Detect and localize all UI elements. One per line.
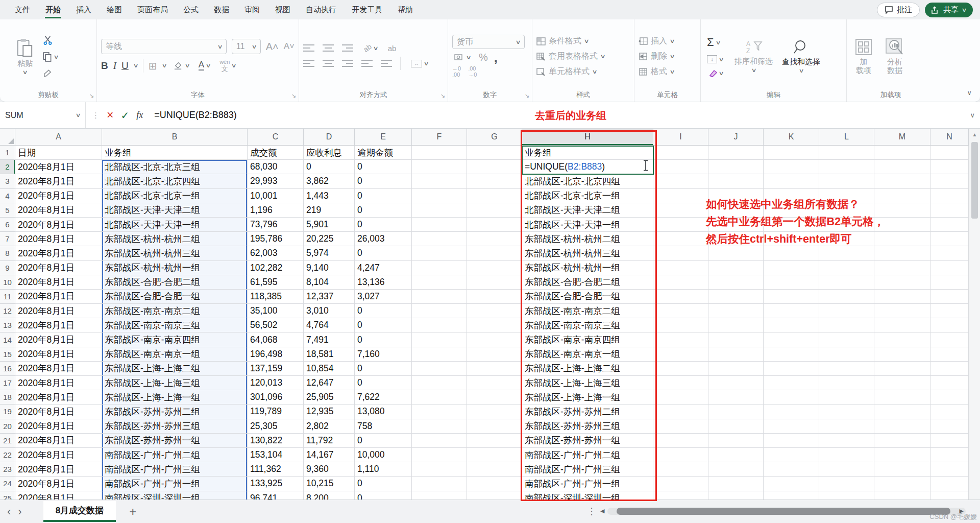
cell-N1[interactable]	[930, 146, 969, 160]
cell-A12[interactable]: 2020年8月1日	[15, 304, 102, 318]
decrease-indent-icon[interactable]	[361, 60, 373, 67]
cell-H15[interactable]: 东部战区-南京-南京一组	[522, 347, 653, 362]
column-header-J[interactable]: J	[708, 129, 764, 146]
formula-input[interactable]: =UNIQUE(B2:B883)	[154, 110, 237, 121]
chevron-down-icon[interactable]: ∨	[961, 7, 967, 13]
cell-K3[interactable]	[764, 174, 819, 188]
cell-G25[interactable]	[467, 491, 522, 500]
addins-button[interactable]: 加 载项	[855, 38, 872, 75]
cell-B6[interactable]: 北部战区-天津-天津一组	[102, 218, 248, 232]
cell-F2[interactable]	[412, 160, 467, 174]
cell-M9[interactable]	[874, 261, 930, 275]
cell-K19[interactable]	[764, 405, 819, 419]
cell-G6[interactable]	[467, 218, 522, 232]
row-header-6[interactable]: 6	[0, 218, 15, 232]
cell-N25[interactable]	[930, 491, 969, 500]
row-header-13[interactable]: 13	[0, 318, 15, 332]
cell-C20[interactable]: 25,305	[248, 419, 304, 434]
cell-E2[interactable]: 0	[355, 160, 412, 174]
cell-K14[interactable]	[764, 332, 819, 347]
cell-D21[interactable]: 11,792	[304, 434, 355, 448]
row-header-22[interactable]: 22	[0, 448, 15, 462]
cell-L14[interactable]	[819, 332, 874, 347]
cell-A19[interactable]: 2020年8月1日	[15, 405, 102, 419]
cell-B17[interactable]: 东部战区-上海-上海三组	[102, 376, 248, 390]
merge-center-button[interactable]: ↔ ∨	[409, 59, 430, 68]
cell-G1[interactable]	[467, 146, 522, 160]
cell-D5[interactable]: 219	[304, 203, 355, 218]
cell-A20[interactable]: 2020年8月1日	[15, 419, 102, 434]
cell-A13[interactable]: 2020年8月1日	[15, 318, 102, 332]
horizontal-scrollbar-thumb[interactable]	[617, 508, 950, 515]
chevron-down-icon[interactable]: ∨	[75, 112, 81, 118]
cell-H10[interactable]: 东部战区-合肥-合肥二组	[522, 275, 653, 290]
cell-I20[interactable]	[653, 419, 708, 434]
phonetic-guide-button[interactable]: wén文 ∨	[217, 58, 238, 74]
cell-N7[interactable]	[930, 232, 969, 246]
cell-L18[interactable]	[819, 390, 874, 405]
cell-C25[interactable]: 96,741	[248, 491, 304, 500]
align-right-icon[interactable]	[342, 60, 353, 67]
cell-F24[interactable]	[412, 477, 467, 491]
cell-B1[interactable]: 业务组	[102, 146, 248, 160]
cell-A22[interactable]: 2020年8月1日	[15, 448, 102, 462]
cell-A15[interactable]: 2020年8月1日	[15, 347, 102, 362]
cell-L10[interactable]	[819, 275, 874, 290]
cell-F14[interactable]	[412, 332, 467, 347]
fill-button[interactable]: ↓ ∨	[705, 54, 725, 64]
cell-I7[interactable]	[653, 232, 708, 246]
cell-F9[interactable]	[412, 261, 467, 275]
cell-E22[interactable]: 10,000	[355, 448, 412, 462]
cell-C18[interactable]: 301,096	[248, 390, 304, 405]
cell-I18[interactable]	[653, 390, 708, 405]
row-header-1[interactable]: 1	[0, 146, 15, 160]
cell-A21[interactable]: 2020年8月1日	[15, 434, 102, 448]
cell-N20[interactable]	[930, 419, 969, 434]
cell-B8[interactable]: 东部战区-杭州-杭州三组	[102, 246, 248, 260]
clear-button[interactable]: ∨	[705, 68, 725, 78]
cell-G10[interactable]	[467, 275, 522, 290]
cell-D14[interactable]: 7,491	[304, 332, 355, 347]
cell-L16[interactable]	[819, 362, 874, 376]
cell-D11[interactable]: 12,337	[304, 290, 355, 304]
align-left-icon[interactable]	[303, 60, 314, 67]
cell-F12[interactable]	[412, 304, 467, 318]
cell-I24[interactable]	[653, 477, 708, 491]
row-header-20[interactable]: 20	[0, 419, 15, 434]
increase-indent-icon[interactable]	[381, 60, 392, 67]
cell-A10[interactable]: 2020年8月1日	[15, 275, 102, 290]
cell-N10[interactable]	[930, 275, 969, 290]
insert-cells-button[interactable]: 插入 ∨	[639, 36, 674, 46]
cell-M22[interactable]	[874, 448, 930, 462]
cell-L24[interactable]	[819, 477, 874, 491]
dialog-launcher-icon[interactable]: ↘	[291, 92, 296, 99]
row-header-15[interactable]: 15	[0, 347, 15, 362]
cell-J23[interactable]	[708, 462, 764, 477]
cell-K22[interactable]	[764, 448, 819, 462]
cell-A4[interactable]: 2020年8月1日	[15, 189, 102, 203]
cell-I11[interactable]	[653, 290, 708, 304]
row-header-25[interactable]: 25	[0, 491, 15, 500]
row-header-16[interactable]: 16	[0, 362, 15, 376]
cell-D23[interactable]: 9,360	[304, 462, 355, 477]
cell-D7[interactable]: 20,225	[304, 232, 355, 246]
column-header-H[interactable]: H	[522, 129, 653, 146]
format-painter-button[interactable]	[41, 68, 60, 79]
orientation-button[interactable]: ab ∨	[361, 43, 380, 53]
cell-K12[interactable]	[764, 304, 819, 318]
cell-H6[interactable]: 北部战区-天津-天津一组	[522, 218, 653, 232]
cell-I17[interactable]	[653, 376, 708, 390]
cell-F11[interactable]	[412, 290, 467, 304]
cell-L11[interactable]	[819, 290, 874, 304]
cell-B5[interactable]: 北部战区-天津-天津二组	[102, 203, 248, 218]
cell-K16[interactable]	[764, 362, 819, 376]
align-center-icon[interactable]	[323, 60, 334, 67]
cell-I3[interactable]	[653, 174, 708, 188]
align-middle-icon[interactable]	[323, 44, 334, 52]
row-header-23[interactable]: 23	[0, 462, 15, 477]
cell-M15[interactable]	[874, 347, 930, 362]
cell-N5[interactable]	[930, 203, 969, 218]
cell-H16[interactable]: 东部战区-上海-上海二组	[522, 362, 653, 376]
cell-N2[interactable]	[930, 160, 969, 174]
cell-J1[interactable]	[708, 146, 764, 160]
